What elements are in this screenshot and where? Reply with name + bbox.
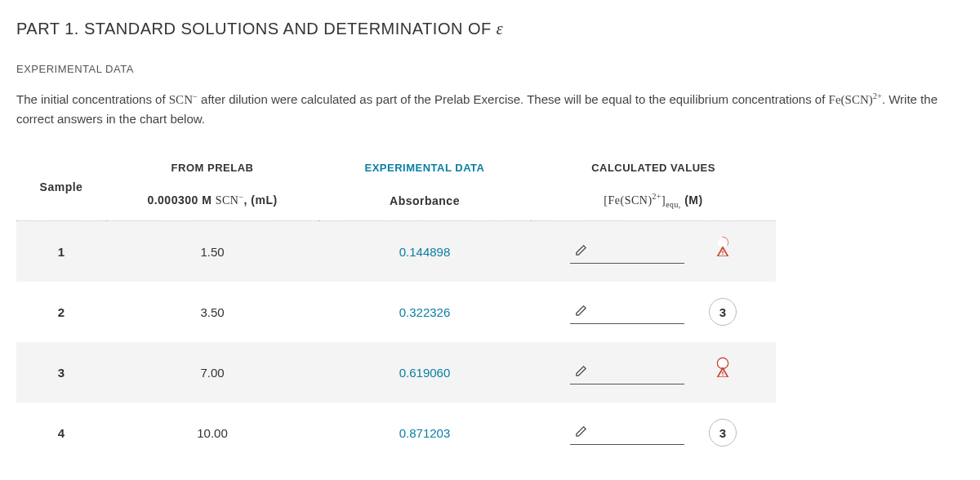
- header-sample: Sample: [16, 153, 106, 221]
- header-experimental: EXPERIMENTAL DATA: [318, 153, 531, 182]
- header-absorbance-col: Absorbance: [318, 182, 531, 221]
- cell-calculated: 3: [531, 402, 776, 463]
- cell-absorbance: 0.144898: [318, 221, 531, 282]
- intro-paragraph: The initial concentrations of SCN− after…: [16, 90, 939, 129]
- attempts-badge[interactable]: 3: [709, 419, 737, 447]
- cell-calculated: [531, 221, 776, 282]
- header-from-prelab: FROM PRELAB: [106, 153, 318, 182]
- table-row: 23.500.3223263: [16, 282, 776, 342]
- warning-badge[interactable]: [709, 358, 737, 386]
- warning-icon: [716, 245, 729, 258]
- table-row: 37.000.619060: [16, 342, 776, 402]
- cell-calculated: [531, 342, 776, 402]
- absorbance-link[interactable]: 0.871203: [399, 426, 451, 440]
- cell-sample: 4: [16, 402, 106, 463]
- header-calc-col: [Fe(SCN)2+]equ, (M): [531, 182, 776, 221]
- cell-calculated: 3: [531, 282, 776, 342]
- pencil-icon: [575, 365, 587, 380]
- pencil-icon: [575, 244, 587, 259]
- table-row: 410.000.8712033: [16, 402, 776, 463]
- cell-absorbance: 0.619060: [318, 342, 531, 402]
- answer-input[interactable]: [570, 300, 684, 324]
- cell-prelab: 1.50: [106, 221, 318, 282]
- title-text: PART 1. STANDARD SOLUTIONS AND DETERMINA…: [16, 20, 497, 38]
- data-table: Sample FROM PRELAB EXPERIMENTAL DATA CAL…: [16, 153, 776, 463]
- answer-input[interactable]: [570, 420, 684, 445]
- cell-sample: 1: [16, 221, 106, 282]
- attempts-badge[interactable]: 3: [709, 298, 737, 326]
- cell-absorbance: 0.871203: [318, 402, 531, 463]
- absorbance-link[interactable]: 0.144898: [399, 245, 451, 259]
- pencil-icon: [575, 425, 587, 440]
- answer-input[interactable]: [570, 239, 684, 264]
- cell-sample: 2: [16, 282, 106, 342]
- warning-badge[interactable]: [709, 238, 737, 265]
- answer-input[interactable]: [570, 360, 684, 384]
- pencil-icon: [575, 304, 587, 319]
- cell-absorbance: 0.322326: [318, 282, 531, 342]
- absorbance-link[interactable]: 0.322326: [399, 305, 451, 319]
- section-subheading: EXPERIMENTAL DATA: [16, 63, 964, 75]
- cell-prelab: 7.00: [106, 342, 318, 402]
- absorbance-link[interactable]: 0.619060: [399, 366, 451, 380]
- cell-prelab: 3.50: [106, 282, 318, 342]
- header-calculated: CALCULATED VALUES: [531, 153, 776, 182]
- cell-sample: 3: [16, 342, 106, 402]
- title-epsilon: ε: [497, 20, 503, 38]
- cell-prelab: 10.00: [106, 402, 318, 463]
- table-row: 11.500.144898: [16, 221, 776, 282]
- page-title: PART 1. STANDARD SOLUTIONS AND DETERMINA…: [16, 20, 964, 38]
- header-prelab-col: 0.000300 M SCN−, (mL): [106, 182, 318, 221]
- warning-icon: [716, 366, 729, 379]
